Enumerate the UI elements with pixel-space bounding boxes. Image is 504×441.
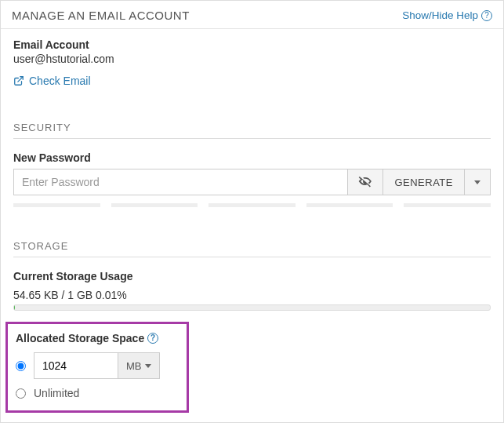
allocated-custom-radio[interactable] [16, 361, 26, 371]
password-input-group: GENERATE [13, 169, 491, 195]
check-email-link[interactable]: Check Email [13, 75, 91, 87]
external-link-icon [13, 75, 24, 86]
allocated-unlimited-row: Unlimited [16, 387, 179, 399]
password-strength-meter [13, 203, 491, 207]
current-storage-label: Current Storage Usage [13, 270, 491, 282]
strength-segment [306, 203, 393, 207]
password-input[interactable] [13, 169, 348, 195]
allocated-storage-label-text: Allocated Storage Space [16, 332, 144, 344]
allocated-unit-dropdown[interactable]: MB [118, 352, 160, 379]
allocated-custom-row: MB [16, 352, 179, 379]
current-storage-value: 54.65 KB / 1 GB 0.01% [13, 289, 491, 301]
allocated-storage-label: Allocated Storage Space ? [16, 332, 158, 344]
check-email-text: Check Email [29, 75, 91, 87]
allocated-unlimited-radio[interactable] [16, 388, 26, 399]
storage-heading: STORAGE [13, 240, 491, 257]
strength-segment [208, 203, 296, 207]
email-account-value: user@hstutorial.com [13, 53, 491, 65]
manage-email-panel: MANAGE AN EMAIL ACCOUNT Show/Hide Help ?… [0, 0, 504, 423]
generate-label: GENERATE [394, 177, 453, 188]
strength-segment [13, 203, 100, 207]
storage-usage-bar [13, 304, 491, 311]
strength-segment [111, 203, 198, 207]
show-hide-help-link[interactable]: Show/Hide Help ? [402, 9, 492, 21]
storage-section: Current Storage Usage 54.65 KB / 1 GB 0.… [1, 261, 503, 311]
chevron-down-icon [474, 180, 480, 184]
account-section: Email Account user@hstutorial.com Check … [1, 29, 503, 93]
generate-options-dropdown-button[interactable] [465, 169, 491, 195]
help-icon: ? [481, 10, 492, 21]
svg-line-0 [18, 77, 23, 82]
storage-usage-fill [14, 305, 15, 310]
security-section: New Password GENERATE [1, 142, 503, 212]
unlimited-label: Unlimited [34, 387, 79, 399]
panel-header: MANAGE AN EMAIL ACCOUNT Show/Hide Help ? [1, 1, 503, 29]
allocated-size-input[interactable] [34, 352, 118, 379]
email-account-label: Email Account [13, 38, 491, 51]
generate-password-button[interactable]: GENERATE [383, 169, 465, 195]
panel-title: MANAGE AN EMAIL ACCOUNT [12, 9, 190, 22]
eye-off-icon [357, 173, 373, 191]
strength-segment [404, 203, 491, 207]
allocated-unit-label: MB [126, 360, 142, 372]
chevron-down-icon [145, 364, 151, 368]
toggle-password-visibility-button[interactable] [348, 169, 383, 195]
allocated-storage-highlight: Allocated Storage Space ? MB Unlimited [5, 322, 189, 413]
help-link-text: Show/Hide Help [402, 9, 478, 21]
new-password-label: New Password [13, 151, 491, 164]
help-icon: ? [147, 333, 158, 344]
security-heading: SECURITY [13, 122, 491, 139]
